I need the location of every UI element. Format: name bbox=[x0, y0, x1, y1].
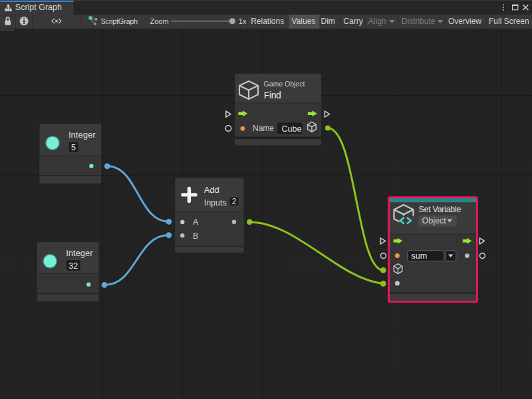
svg-text:Add: Add bbox=[204, 185, 219, 195]
svg-text:Overview: Overview bbox=[448, 17, 481, 26]
svg-text:Full Screen: Full Screen bbox=[489, 17, 529, 26]
svg-text:Zoom: Zoom bbox=[150, 17, 169, 25]
svg-text:Cube: Cube bbox=[282, 124, 302, 134]
svg-text:Name: Name bbox=[253, 124, 274, 133]
svg-text:Align: Align bbox=[368, 17, 386, 26]
svg-text:Set Variable: Set Variable bbox=[419, 205, 462, 214]
svg-text:Inputs: Inputs bbox=[204, 198, 227, 207]
svg-text:sum: sum bbox=[412, 251, 428, 261]
svg-text:32: 32 bbox=[68, 261, 78, 271]
svg-text:1x: 1x bbox=[239, 17, 247, 25]
svg-text:ScriptGraph: ScriptGraph bbox=[101, 17, 138, 25]
svg-text:Distribute: Distribute bbox=[402, 17, 436, 26]
svg-text:Integer: Integer bbox=[68, 130, 96, 140]
svg-text:Values: Values bbox=[292, 17, 316, 26]
svg-text:Carry: Carry bbox=[343, 17, 362, 26]
svg-text:Game Object: Game Object bbox=[264, 80, 305, 88]
svg-text:2: 2 bbox=[232, 197, 237, 206]
svg-text:Find: Find bbox=[264, 90, 281, 100]
svg-text:Object: Object bbox=[422, 216, 447, 225]
svg-text:Relations: Relations bbox=[251, 17, 284, 26]
svg-text:Integer: Integer bbox=[66, 248, 93, 258]
svg-text:Dim: Dim bbox=[321, 17, 335, 26]
svg-text:A: A bbox=[193, 217, 199, 227]
svg-text:Script Graph: Script Graph bbox=[15, 3, 62, 12]
svg-text:B: B bbox=[193, 231, 198, 241]
svg-text:5: 5 bbox=[71, 143, 76, 152]
